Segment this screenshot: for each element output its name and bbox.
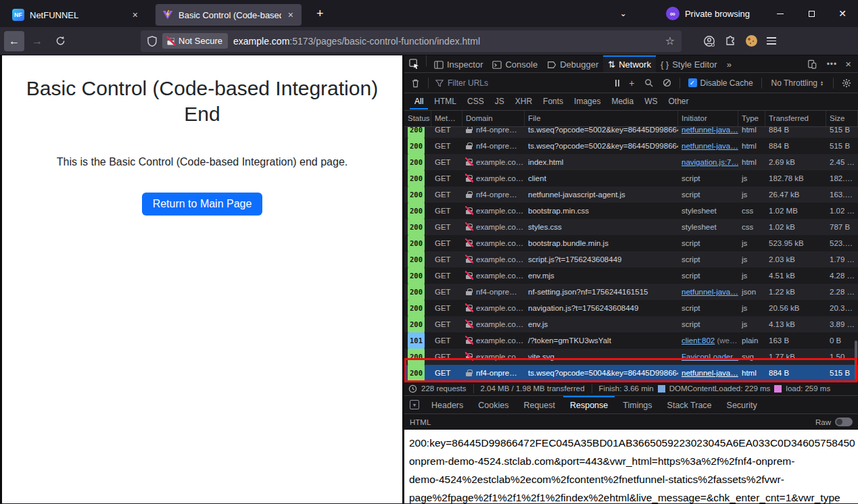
- bookmark-star-icon[interactable]: ☆: [665, 34, 675, 47]
- clear-requests-icon[interactable]: [407, 78, 424, 88]
- column-header-method[interactable]: Met…: [431, 111, 462, 126]
- type-filter-media[interactable]: Media: [606, 95, 638, 109]
- devtools-menu-icon[interactable]: •••: [821, 59, 843, 69]
- responsive-design-icon[interactable]: [803, 59, 821, 69]
- type-filter-other[interactable]: Other: [663, 95, 693, 109]
- tab-netfunnel[interactable]: NF NetFUNNEL ×: [5, 4, 146, 26]
- network-request-row[interactable]: 101 GET example.co… /?token=gmTKU3wsYalt…: [404, 332, 858, 349]
- url-bar[interactable]: Not Secure example.com:5173/pages/basic-…: [141, 30, 682, 52]
- debugger-icon: [547, 60, 556, 70]
- back-button[interactable]: ←: [4, 31, 24, 51]
- network-request-row[interactable]: 200 GET example.co… navigation.js?t=1756…: [404, 300, 858, 316]
- block-requests-icon[interactable]: [659, 78, 675, 87]
- network-request-row[interactable]: 200 GET example.co… bootstrap.min.css st…: [404, 203, 858, 219]
- column-header-trans[interactable]: Transferred: [765, 111, 826, 126]
- initiator-link[interactable]: client:802: [682, 336, 715, 345]
- type-filter-css[interactable]: CSS: [462, 95, 489, 109]
- network-request-row[interactable]: 200 GET nf4-onpre… netfunnel-javascript-…: [404, 186, 858, 203]
- table-scrollbar-thumb[interactable]: [855, 341, 857, 380]
- more-tabs-chevrons[interactable]: »: [722, 55, 736, 72]
- tab-cookies[interactable]: Cookies: [471, 396, 515, 413]
- raw-toggle[interactable]: [835, 418, 853, 426]
- shield-icon[interactable]: [147, 36, 157, 47]
- reload-button[interactable]: [50, 31, 70, 51]
- performance-clock-icon[interactable]: [408, 384, 417, 393]
- add-icon[interactable]: +: [625, 78, 638, 89]
- tab-style-editor[interactable]: { } Style Editor: [656, 55, 722, 72]
- domain-cell: example.co…: [462, 219, 525, 235]
- network-request-row[interactable]: 200 GET nf4-onpre… ts.wseq?opcode=5002&k…: [404, 127, 858, 138]
- method-cell: GET: [431, 268, 462, 284]
- network-request-row[interactable]: 200 GET nf4-onpre… ts.wseq?opcode=5004&k…: [404, 365, 858, 381]
- pick-element-icon[interactable]: [404, 55, 423, 72]
- minimize-button[interactable]: [765, 0, 796, 27]
- tab-security[interactable]: Security: [720, 396, 764, 413]
- tab-timings[interactable]: Timings: [616, 396, 659, 413]
- tab-stack-trace[interactable]: Stack Trace: [661, 396, 719, 413]
- network-request-row[interactable]: 200 GET nf4-onpre… ts.wseq?opcode=5002&k…: [404, 138, 858, 154]
- new-tab-button[interactable]: +: [311, 7, 329, 21]
- devtools-close-icon[interactable]: ×: [842, 58, 858, 70]
- type-filter-html[interactable]: HTML: [429, 95, 461, 109]
- filter-urls-input[interactable]: Filter URLs: [433, 78, 610, 88]
- search-icon[interactable]: [640, 78, 657, 87]
- tab-close-icon[interactable]: ×: [287, 9, 295, 20]
- initiator-link[interactable]: netfunnel-java…: [682, 127, 738, 134]
- tab-request[interactable]: Request: [517, 396, 562, 413]
- size-cell: 515 B: [826, 127, 858, 138]
- tab-basic-control[interactable]: Basic Control (Code-based Inte ×: [156, 4, 302, 26]
- tab-headers[interactable]: Headers: [425, 396, 470, 413]
- column-header-file[interactable]: File: [525, 111, 678, 126]
- column-header-status[interactable]: Status: [404, 111, 431, 126]
- tab-response[interactable]: Response: [563, 396, 615, 413]
- type-filter-xhr[interactable]: XHR: [510, 95, 537, 109]
- disable-cache-checkbox[interactable]: ✓ Disable Cache: [684, 78, 757, 88]
- network-request-row[interactable]: 200 GET example.co… index.html navigatio…: [404, 154, 858, 170]
- response-line: onprem-demo-4524.stclab.com&port=443&vwr…: [409, 452, 858, 470]
- initiator-link[interactable]: netfunnel-java…: [682, 369, 738, 377]
- network-request-row[interactable]: 200 GET example.co… vite.svg FaviconLoad…: [404, 349, 858, 365]
- network-request-row[interactable]: 200 GET example.co… script.js?t=17562436…: [404, 251, 858, 268]
- extensions-puzzle-icon[interactable]: [725, 35, 736, 47]
- window-close-button[interactable]: ✕: [827, 0, 858, 27]
- type-filter-ws[interactable]: WS: [640, 95, 662, 109]
- menu-hamburger-icon[interactable]: [767, 37, 776, 45]
- column-header-init[interactable]: Initiator: [678, 111, 738, 126]
- initiator-link[interactable]: navigation.js:7…: [682, 158, 738, 166]
- type-filter-js[interactable]: JS: [490, 95, 509, 109]
- chevron-down-icon[interactable]: ⌄: [608, 9, 639, 18]
- type-filter-images[interactable]: Images: [569, 95, 605, 109]
- maximize-button[interactable]: [796, 0, 827, 27]
- type-filter-all[interactable]: All: [410, 95, 428, 109]
- cookie-extension-icon[interactable]: [746, 35, 757, 47]
- url-text[interactable]: example.com:5173/pages/basic-control-fun…: [233, 36, 660, 47]
- details-pane-icon[interactable]: ▼: [410, 400, 419, 409]
- initiator-link[interactable]: netfunnel-java…: [682, 288, 738, 296]
- type-filter-fonts[interactable]: Fonts: [538, 95, 568, 109]
- forward-button[interactable]: →: [27, 31, 47, 51]
- column-header-domain[interactable]: Domain: [462, 111, 525, 126]
- tab-close-icon[interactable]: ×: [131, 9, 139, 20]
- account-icon[interactable]: [703, 35, 715, 47]
- initiator-link[interactable]: FaviconLoader…: [682, 353, 738, 361]
- network-request-row[interactable]: 200 GET example.co… env.mjs script js 4.…: [404, 268, 858, 284]
- network-request-row[interactable]: 200 GET example.co… env.js script js 4.1…: [404, 316, 858, 332]
- column-header-size[interactable]: Size: [826, 111, 858, 126]
- column-header-type[interactable]: Type: [738, 111, 765, 126]
- pause-traffic-icon[interactable]: [611, 80, 623, 86]
- network-request-row[interactable]: 200 GET example.co… bootstrap.bundle.min…: [404, 235, 858, 251]
- network-request-row[interactable]: 200 GET nf4-onpre… nf-setting.json?nf=17…: [404, 284, 858, 300]
- tab-network[interactable]: ⇅ Network: [603, 55, 656, 72]
- throttling-dropdown[interactable]: No Throttling ▲▼: [766, 78, 829, 88]
- file-cell: netfunnel-javascript-agent.js: [525, 186, 678, 203]
- tab-debugger[interactable]: Debugger: [542, 55, 603, 72]
- initiator-link[interactable]: netfunnel-java…: [682, 142, 738, 150]
- response-payload[interactable]: 200:key=86445D99866472FEC045A35BD01AB366…: [404, 430, 858, 503]
- network-settings-gear-icon[interactable]: [838, 78, 855, 88]
- network-request-row[interactable]: 200 GET example.co… styles.css styleshee…: [404, 219, 858, 235]
- network-request-row[interactable]: 200 GET example.co… client script js 182…: [404, 170, 858, 186]
- not-secure-chip[interactable]: Not Secure: [162, 33, 228, 49]
- return-to-main-page-button[interactable]: Return to Main Page: [142, 193, 263, 216]
- tab-inspector[interactable]: Inspector: [429, 55, 487, 72]
- tab-console[interactable]: Console: [487, 55, 542, 72]
